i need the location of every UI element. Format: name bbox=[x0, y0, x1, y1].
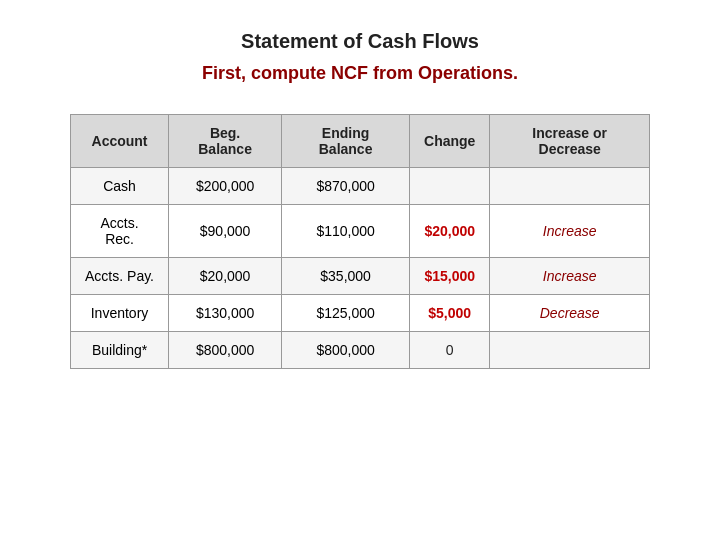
cell-account: Accts. Rec. bbox=[71, 205, 169, 258]
cell-account: Building* bbox=[71, 332, 169, 369]
cell-change: $20,000 bbox=[410, 205, 490, 258]
table-row: Building* $800,000 $800,000 0 bbox=[71, 332, 650, 369]
cell-beg-balance: $20,000 bbox=[169, 258, 282, 295]
cell-inc-dec bbox=[490, 332, 650, 369]
cell-beg-balance: $90,000 bbox=[169, 205, 282, 258]
header-inc-dec: Increase or Decrease bbox=[490, 115, 650, 168]
table-row: Accts. Rec. $90,000 $110,000 $20,000 Inc… bbox=[71, 205, 650, 258]
header-end-balance: Ending Balance bbox=[282, 115, 410, 168]
cell-end-balance: $110,000 bbox=[282, 205, 410, 258]
table-header-row: Account Beg. Balance Ending Balance Chan… bbox=[71, 115, 650, 168]
cell-inc-dec: Decrease bbox=[490, 295, 650, 332]
cell-end-balance: $870,000 bbox=[282, 168, 410, 205]
table-row: Accts. Pay. $20,000 $35,000 $15,000 Incr… bbox=[71, 258, 650, 295]
cell-beg-balance: $200,000 bbox=[169, 168, 282, 205]
cell-account: Cash bbox=[71, 168, 169, 205]
cell-change bbox=[410, 168, 490, 205]
cell-change: 0 bbox=[410, 332, 490, 369]
cell-end-balance: $35,000 bbox=[282, 258, 410, 295]
cell-inc-dec: Increase bbox=[490, 205, 650, 258]
cell-inc-dec bbox=[490, 168, 650, 205]
cell-end-balance: $800,000 bbox=[282, 332, 410, 369]
cell-account: Inventory bbox=[71, 295, 169, 332]
cell-end-balance: $125,000 bbox=[282, 295, 410, 332]
header-beg-balance: Beg. Balance bbox=[169, 115, 282, 168]
header-account: Account bbox=[71, 115, 169, 168]
cell-beg-balance: $130,000 bbox=[169, 295, 282, 332]
cell-account: Accts. Pay. bbox=[71, 258, 169, 295]
cell-change: $5,000 bbox=[410, 295, 490, 332]
page-subtitle: First, compute NCF from Operations. bbox=[202, 63, 518, 84]
cell-beg-balance: $800,000 bbox=[169, 332, 282, 369]
cell-change: $15,000 bbox=[410, 258, 490, 295]
page-title: Statement of Cash Flows bbox=[241, 30, 479, 53]
header-change: Change bbox=[410, 115, 490, 168]
table-row: Inventory $130,000 $125,000 $5,000 Decre… bbox=[71, 295, 650, 332]
cash-flows-table: Account Beg. Balance Ending Balance Chan… bbox=[70, 114, 650, 369]
table-row: Cash $200,000 $870,000 bbox=[71, 168, 650, 205]
cell-inc-dec: Increase bbox=[490, 258, 650, 295]
